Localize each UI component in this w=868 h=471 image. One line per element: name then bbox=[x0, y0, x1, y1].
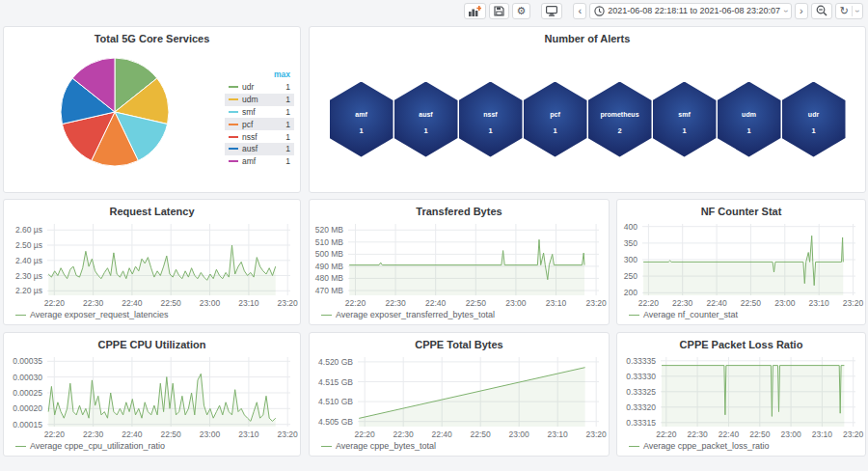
pie-legend-row-ausf[interactable]: ausf1 bbox=[225, 143, 294, 155]
svg-text:23:10: 23:10 bbox=[812, 429, 833, 439]
panel-title[interactable]: Request Latency bbox=[4, 200, 300, 219]
legend-dash-icon bbox=[629, 446, 639, 447]
pie-legend: max udr1udm1smf1pcf1nssf1ausf1amf1 bbox=[225, 69, 294, 168]
dashboard-toolbar: ⚙ ‹ 2021-06-08 22:18:11 to 2021-06-08 23… bbox=[464, 2, 863, 19]
hexagon-value: 1 bbox=[782, 126, 846, 135]
legend-dash-icon bbox=[321, 315, 332, 316]
hexagon-value: 1 bbox=[653, 126, 717, 135]
cppe-total-bytes-chart[interactable]: 4.505 GB4.510 GB4.515 GB4.520 GB22:2022:… bbox=[310, 352, 609, 441]
legend-max-value: 1 bbox=[285, 132, 290, 142]
alert-hexagon-udr[interactable]: udr1 bbox=[782, 82, 846, 157]
legend-dash-icon bbox=[229, 86, 238, 88]
series-legend-item[interactable]: Average exposer_request_latencies bbox=[4, 310, 300, 324]
svg-text:0.33320: 0.33320 bbox=[626, 402, 656, 412]
panel-number-of-alerts: Number of Alerts amf1ausf1nssf1pcf1prome… bbox=[309, 26, 866, 193]
pie-legend-row-udm[interactable]: udm1 bbox=[225, 94, 294, 106]
time-series-plot[interactable]: 0.000150.000200.000250.000300.0003522:20… bbox=[4, 352, 300, 441]
svg-text:22:20: 22:20 bbox=[345, 298, 366, 308]
pie-legend-row-nssf[interactable]: nssf1 bbox=[225, 130, 294, 143]
svg-text:480 MB: 480 MB bbox=[315, 273, 344, 283]
svg-text:23:10: 23:10 bbox=[546, 298, 567, 308]
panel-title[interactable]: Transfered Bytes bbox=[310, 200, 609, 219]
time-series-plot[interactable]: 20025030035040022:2022:3022:4022:5023:00… bbox=[617, 219, 865, 310]
time-range-picker-button[interactable]: 2021-06-08 22:18:11 to 2021-06-08 23:20:… bbox=[589, 3, 792, 19]
panel-title[interactable]: CPPE Packet Loss Ratio bbox=[617, 333, 865, 352]
series-legend-item[interactable]: Average cppe_packet_loss_ratio bbox=[617, 441, 865, 456]
add-panel-button[interactable] bbox=[464, 3, 486, 19]
panel-title[interactable]: NF Counter Stat bbox=[617, 200, 865, 219]
alert-hexagon-smf[interactable]: smf1 bbox=[653, 82, 717, 157]
time-series-plot[interactable]: 0.333150.333200.333250.333300.3333522:20… bbox=[617, 352, 865, 441]
panel-cppe-cpu-utilization: CPPE CPU Utilization 0.000150.000200.000… bbox=[3, 332, 301, 457]
time-shift-back-button[interactable]: ‹ bbox=[573, 3, 586, 19]
zoom-out-time-button[interactable] bbox=[811, 3, 832, 19]
save-dashboard-button[interactable] bbox=[489, 3, 509, 19]
panel-title[interactable]: CPPE Total Bytes bbox=[310, 333, 609, 352]
time-series-plot[interactable]: 4.505 GB4.510 GB4.515 GB4.520 GB22:2022:… bbox=[310, 352, 609, 441]
chevron-right-icon: › bbox=[800, 6, 803, 16]
caret-down-icon: › bbox=[781, 10, 790, 13]
time-series-plot[interactable]: 2.20 µs2.30 µs2.40 µs2.50 µs2.60 µs22:20… bbox=[4, 219, 300, 310]
panel-title[interactable]: Number of Alerts bbox=[310, 27, 865, 46]
panel-title[interactable]: Total 5G Core Services bbox=[4, 27, 300, 46]
pie-legend-row-udr[interactable]: udr1 bbox=[225, 81, 294, 94]
transfered-bytes-chart[interactable]: 470 MB480 MB490 MB500 MB510 MB520 MB22:2… bbox=[310, 219, 609, 310]
svg-text:22:30: 22:30 bbox=[83, 298, 104, 308]
svg-text:22:50: 22:50 bbox=[466, 298, 487, 308]
hexagon-label: amf bbox=[330, 111, 393, 118]
hexagon-value: 1 bbox=[718, 126, 781, 135]
pie-legend-row-smf[interactable]: smf1 bbox=[225, 106, 294, 119]
series-legend-item[interactable]: Average nf_counter_stat bbox=[617, 310, 865, 324]
alert-hexagon-nssf[interactable]: nssf1 bbox=[459, 82, 523, 157]
hexagon-value: 1 bbox=[459, 126, 523, 135]
svg-text:22:20: 22:20 bbox=[44, 429, 66, 439]
legend-dash-icon bbox=[229, 148, 238, 150]
alert-hexagon-pcf[interactable]: pcf1 bbox=[524, 82, 587, 157]
alert-hexagon-udm[interactable]: udm1 bbox=[718, 82, 781, 157]
legend-dash-icon bbox=[629, 315, 639, 316]
add-panel-icon bbox=[469, 6, 481, 16]
legend-max-value: 1 bbox=[285, 120, 290, 129]
pie-chart[interactable] bbox=[59, 56, 171, 172]
series-legend-item[interactable]: Average cppe_bytes_total bbox=[310, 441, 609, 456]
panel-request-latency: Request Latency 2.20 µs2.30 µs2.40 µs2.5… bbox=[3, 199, 301, 325]
legend-max-value: 1 bbox=[285, 82, 290, 92]
refresh-button-group[interactable]: ↻ › bbox=[835, 3, 863, 19]
hexagon-label: ausf bbox=[394, 111, 458, 118]
series-legend-item[interactable]: Average exposer_transferred_bytes_total bbox=[310, 310, 609, 324]
svg-text:22:40: 22:40 bbox=[425, 298, 447, 308]
panel-title[interactable]: CPPE CPU Utilization bbox=[4, 333, 300, 352]
svg-text:0.00035: 0.00035 bbox=[13, 356, 42, 366]
panel-nf-counter-stat: NF Counter Stat 20025030035040022:2022:3… bbox=[616, 199, 866, 325]
svg-text:22:20: 22:20 bbox=[656, 429, 677, 439]
hexagon-label: smf bbox=[653, 111, 717, 118]
alert-hexagon-ausf[interactable]: ausf1 bbox=[394, 82, 458, 157]
time-shift-forward-button[interactable]: › bbox=[795, 3, 808, 19]
svg-text:4.510 GB: 4.510 GB bbox=[318, 397, 353, 406]
pie-legend-max-header[interactable]: max bbox=[225, 69, 294, 81]
panel-transfered-bytes: Transfered Bytes 470 MB480 MB490 MB500 M… bbox=[309, 199, 610, 325]
nf-counter-stat-chart[interactable]: 20025030035040022:2022:3022:4022:5023:00… bbox=[617, 219, 865, 310]
svg-text:22:40: 22:40 bbox=[719, 429, 740, 439]
legend-dash-icon bbox=[229, 124, 238, 125]
svg-text:22:50: 22:50 bbox=[161, 429, 182, 439]
request-latency-chart[interactable]: 2.20 µs2.30 µs2.40 µs2.50 µs2.60 µs22:20… bbox=[4, 219, 300, 310]
save-icon bbox=[494, 6, 504, 16]
alert-hexagon-prometheus[interactable]: prometheus2 bbox=[588, 82, 652, 157]
pie-legend-row-pcf[interactable]: pcf1 bbox=[225, 118, 294, 130]
cppe-cpu-utilization-chart[interactable]: 0.000150.000200.000250.000300.0003522:20… bbox=[4, 352, 300, 441]
series-legend-item[interactable]: Average cppe_cpu_utilization_ratio bbox=[4, 441, 300, 456]
svg-text:23:20: 23:20 bbox=[278, 429, 299, 439]
hexagon-label: prometheus bbox=[588, 111, 652, 118]
alert-hexagon-amf[interactable]: amf1 bbox=[330, 82, 393, 157]
svg-text:23:00: 23:00 bbox=[200, 298, 221, 308]
monitor-icon bbox=[546, 6, 557, 16]
time-series-plot[interactable]: 470 MB480 MB490 MB500 MB510 MB520 MB22:2… bbox=[310, 219, 609, 310]
view-mode-button[interactable] bbox=[541, 3, 562, 19]
pie-legend-row-amf[interactable]: amf1 bbox=[225, 155, 294, 168]
dashboard-settings-button[interactable]: ⚙ bbox=[512, 3, 531, 19]
legend-dash-icon bbox=[229, 111, 238, 113]
svg-text:22:30: 22:30 bbox=[393, 429, 415, 439]
cppe-packet-loss-ratio-chart[interactable]: 0.333150.333200.333250.333300.3333522:20… bbox=[617, 352, 865, 441]
svg-text:520 MB: 520 MB bbox=[315, 225, 344, 235]
